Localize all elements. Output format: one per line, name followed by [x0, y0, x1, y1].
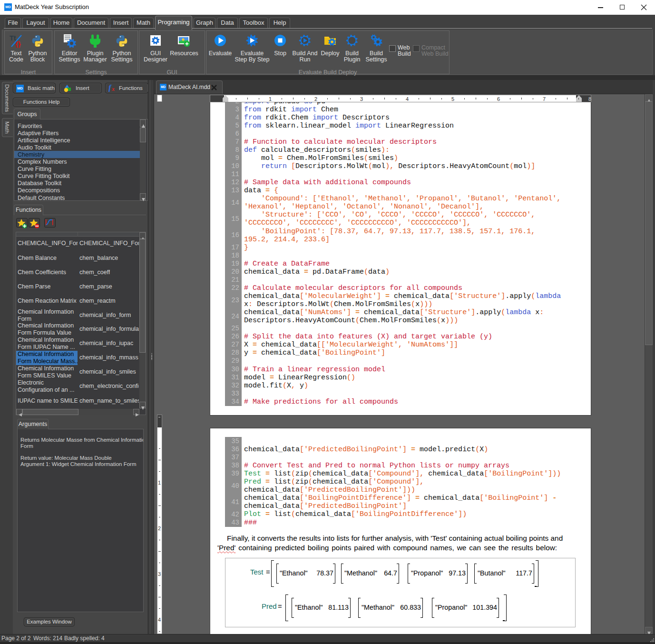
- svg-text:x: x: [111, 86, 115, 92]
- svg-text:f: f: [108, 84, 112, 92]
- svg-text:{}: {}: [16, 40, 21, 48]
